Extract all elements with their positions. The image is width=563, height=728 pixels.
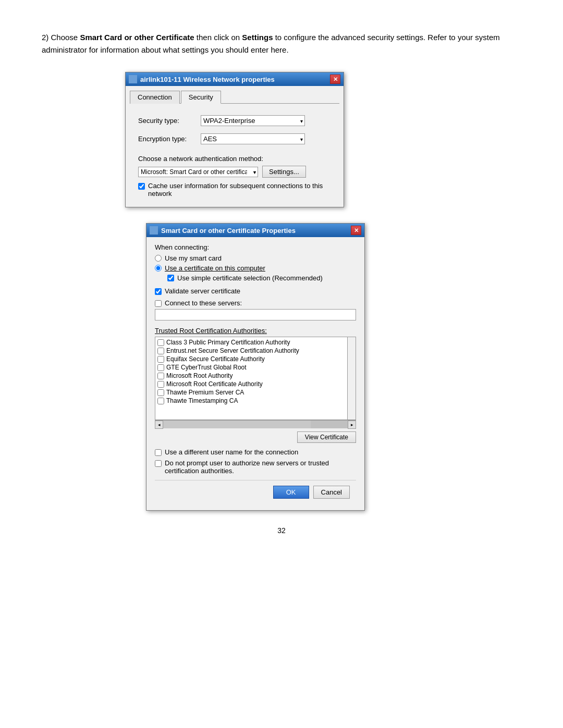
security-type-select[interactable]: WPA2-Enterprise (201, 115, 305, 126)
tab-connection-label: Connection (138, 93, 172, 101)
ca-list-scrollbar[interactable] (347, 337, 356, 419)
ca-list-item: Microsoft Root Authority (155, 372, 356, 380)
encryption-type-select-wrapper: AES (201, 133, 305, 144)
cert-dialog-close-button[interactable]: ✕ (351, 226, 361, 235)
ca-item-checkbox[interactable] (157, 339, 164, 346)
page-number: 32 (42, 526, 521, 535)
ca-item-label: Thawte Timestamping CA (166, 397, 238, 404)
cancel-button[interactable]: Cancel (313, 486, 350, 499)
network-tab-bar: Connection Security (130, 90, 339, 104)
trusted-root-section: Trusted Root Certification Authorities: … (155, 327, 356, 420)
do-not-prompt-label: Do not prompt user to authorize new serv… (165, 459, 356, 475)
ca-list: Class 3 Public Primary Certification Aut… (155, 337, 356, 406)
encryption-type-label: Encryption type: (138, 135, 201, 143)
cert-dialog-title: Smart Card or other Certificate Properti… (161, 227, 296, 235)
ok-button[interactable]: OK (273, 486, 309, 499)
ca-list-container: Class 3 Public Primary Certification Aut… (155, 337, 356, 420)
validate-server-row: Validate server certificate (155, 287, 356, 295)
validate-server-checkbox[interactable] (155, 288, 162, 295)
tab-security-label: Security (189, 93, 213, 101)
connect-servers-checkbox[interactable] (155, 300, 162, 307)
ca-item-label: Equifax Secure Certificate Authority (166, 355, 265, 363)
auth-method-select[interactable]: Microsoft: Smart Card or other certifica… (138, 167, 258, 177)
ca-list-item: Entrust.net Secure Server Certification … (155, 347, 356, 355)
use-cert-radio[interactable] (155, 265, 162, 272)
ca-item-label: Class 3 Public Primary Certification Aut… (166, 339, 290, 346)
connect-servers-row: Connect to these servers: (155, 299, 356, 307)
encryption-type-select[interactable]: AES (201, 133, 305, 144)
ca-item-checkbox[interactable] (157, 356, 164, 363)
view-cert-row: View Certificate (155, 431, 356, 443)
cert-dialog-footer: OK Cancel (155, 480, 356, 504)
cache-checkbox[interactable] (138, 183, 145, 190)
view-certificate-button[interactable]: View Certificate (297, 431, 356, 443)
ca-item-label: Microsoft Root Authority (166, 372, 232, 379)
network-properties-dialog: airlink101-11 Wireless Network propertie… (125, 72, 344, 207)
use-cert-row: Use a certificate on this computer (155, 264, 356, 272)
auth-section: Choose a network authentication method: … (138, 155, 331, 198)
ca-list-item: Thawte Timestamping CA (155, 397, 356, 405)
scrollbar-track[interactable] (163, 421, 348, 428)
network-dialog-icon (129, 75, 137, 83)
network-dialog-close-button[interactable]: ✕ (330, 75, 340, 84)
ca-item-checkbox[interactable] (157, 373, 164, 379)
cert-dialog-body: When connecting: Use my smart card Use a… (146, 237, 364, 510)
titlebar-left: airlink101-11 Wireless Network propertie… (129, 75, 275, 83)
cache-checkbox-row: Cache user information for subsequent co… (138, 182, 331, 198)
intro-text-part1: 2) Choose (42, 33, 80, 42)
do-not-prompt-checkbox[interactable] (155, 460, 162, 467)
ca-item-checkbox[interactable] (157, 364, 164, 371)
page-content: 2) Choose Smart Card or other Certificat… (42, 31, 521, 535)
settings-button[interactable]: Settings... (262, 166, 306, 178)
horizontal-scrollbar[interactable]: ◂ ▸ (155, 420, 356, 428)
network-dialog-body: Connection Security Security type: WPA2-… (126, 86, 344, 207)
security-type-row: Security type: WPA2-Enterprise (138, 115, 331, 126)
ca-list-item: GTE CyberTrust Global Root (155, 363, 356, 372)
ca-item-checkbox[interactable] (157, 398, 164, 404)
bottom-options: Use a different user name for the connec… (155, 448, 356, 475)
network-dialog-title: airlink101-11 Wireless Network propertie… (140, 76, 275, 83)
cert-titlebar-left: Smart Card or other Certificate Properti… (150, 226, 296, 235)
ca-item-label: Entrust.net Secure Server Certification … (166, 347, 299, 354)
use-smart-card-radio[interactable] (155, 255, 162, 262)
use-smart-card-row: Use my smart card (155, 254, 356, 262)
tab-security[interactable]: Security (181, 91, 221, 104)
scrollbar-right-arrow[interactable]: ▸ (348, 421, 356, 429)
use-simple-cert-row: Use simple certificate selection (Recomm… (155, 274, 356, 282)
ca-item-checkbox[interactable] (157, 348, 164, 354)
connect-servers-label: Connect to these servers: (165, 299, 242, 307)
security-type-select-wrapper: WPA2-Enterprise (201, 115, 305, 126)
intro-bold2: Settings (242, 33, 273, 42)
encryption-type-row: Encryption type: AES (138, 133, 331, 144)
ca-list-item: Equifax Secure Certificate Authority (155, 355, 356, 363)
auth-method-row: Microsoft: Smart Card or other certifica… (138, 166, 331, 178)
connect-servers-input[interactable] (155, 309, 356, 320)
ca-list-item: Thawte Premium Server CA (155, 388, 356, 397)
use-smart-card-label: Use my smart card (165, 254, 222, 262)
use-diff-username-row: Use a different user name for the connec… (155, 448, 356, 456)
do-not-prompt-row: Do not prompt user to authorize new serv… (155, 459, 356, 475)
cert-dialog-icon (150, 226, 158, 235)
use-diff-username-checkbox[interactable] (155, 449, 162, 456)
ca-list-item: Microsoft Root Certificate Authority (155, 380, 356, 388)
intro-text-part2: then click on (194, 33, 242, 42)
validate-server-label: Validate server certificate (165, 287, 240, 295)
ca-item-label: Microsoft Root Certificate Authority (166, 380, 263, 388)
cert-properties-dialog: Smart Card or other Certificate Properti… (146, 223, 365, 511)
intro-paragraph: 2) Choose Smart Card or other Certificat… (42, 31, 521, 56)
ca-item-checkbox[interactable] (157, 389, 164, 396)
use-simple-cert-checkbox[interactable] (167, 275, 174, 281)
intro-bold1: Smart Card or other Certificate (80, 33, 194, 42)
security-type-label: Security type: (138, 117, 201, 125)
security-tab-content: Security type: WPA2-Enterprise Encryptio… (130, 110, 339, 203)
trusted-root-label: Trusted Root Certification Authorities: (155, 327, 356, 335)
tab-connection[interactable]: Connection (130, 91, 180, 104)
auth-method-label: Choose a network authentication method: (138, 155, 331, 163)
scrollbar-left-arrow[interactable]: ◂ (155, 421, 163, 429)
ca-item-label: GTE CyberTrust Global Root (166, 364, 247, 371)
cache-checkbox-label: Cache user information for subsequent co… (148, 182, 331, 198)
use-cert-label: Use a certificate on this computer (165, 264, 265, 272)
ca-item-label: Thawte Premium Server CA (166, 389, 244, 396)
ca-item-checkbox[interactable] (157, 381, 164, 388)
ca-list-item: Class 3 Public Primary Certification Aut… (155, 338, 356, 347)
